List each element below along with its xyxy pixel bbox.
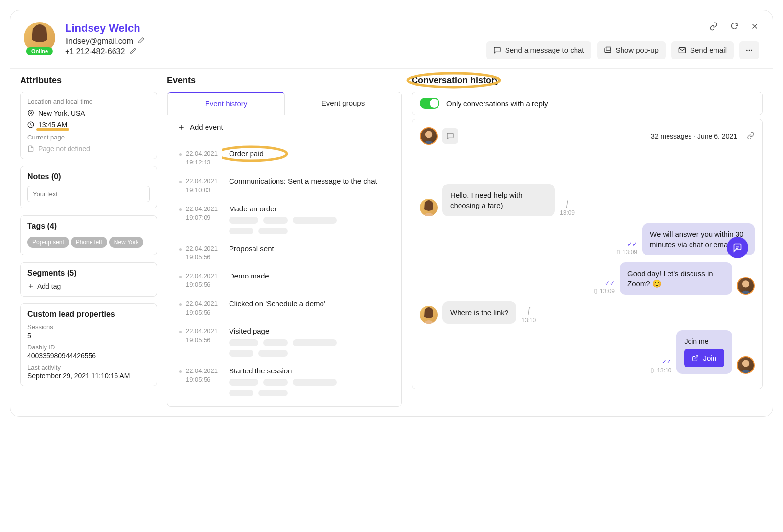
close-icon[interactable] xyxy=(750,22,759,32)
svg-point-7 xyxy=(30,112,32,114)
dashly-id-label: Dashly ID xyxy=(27,344,150,351)
profile-email: lindsey@gmail.com xyxy=(65,37,133,46)
event-item[interactable]: 22.04.202119:05:56Clicked on 'Schedule a… xyxy=(167,295,401,322)
last-activity-label: Last activity xyxy=(27,364,150,371)
more-button[interactable] xyxy=(739,41,759,59)
add-tag-button[interactable]: Add tag xyxy=(27,282,150,290)
mobile-icon xyxy=(650,368,655,373)
svg-point-5 xyxy=(749,49,750,51)
message-row: ✓✓13:09Good day! Let's discuss in Zoom? … xyxy=(420,262,755,295)
event-item[interactable]: 22.04.202119:05:56Visited page xyxy=(167,322,401,362)
notes-input[interactable] xyxy=(27,186,150,202)
svg-point-9 xyxy=(222,147,287,161)
send-chat-button[interactable]: Send a message to chat xyxy=(486,41,591,59)
agent-avatar xyxy=(737,277,755,295)
svg-point-6 xyxy=(751,49,752,51)
profile-avatar: Online xyxy=(24,22,55,53)
local-time: 13:45 AM xyxy=(38,121,67,129)
sessions-value: 5 xyxy=(27,332,150,340)
chat-icon[interactable] xyxy=(442,128,458,144)
show-popup-button[interactable]: Show pop-up xyxy=(597,41,666,59)
svg-point-4 xyxy=(746,49,748,51)
pencil-icon[interactable] xyxy=(138,37,145,46)
svg-rect-14 xyxy=(595,289,597,293)
svg-point-11 xyxy=(425,131,432,138)
link-icon[interactable] xyxy=(709,22,718,32)
event-item[interactable]: 22.04.202119:12:13Order paid xyxy=(167,144,401,172)
current-page-value: Page not defined xyxy=(38,145,90,153)
tab-event-history[interactable]: Event history xyxy=(167,92,285,115)
join-bubble: Join me Join xyxy=(676,330,732,374)
attributes-heading: Attributes xyxy=(20,75,157,86)
location-label: Location and local time xyxy=(27,98,150,105)
user-avatar xyxy=(420,199,438,216)
event-item[interactable]: 22.04.202119:05:56Demo made xyxy=(167,267,401,294)
message-row: ✓✓13:09We will answer you within 30 minu… xyxy=(420,223,755,255)
reply-filter-label: Only conversations with a reply xyxy=(446,99,548,108)
refresh-icon[interactable] xyxy=(730,22,738,32)
agent-avatar xyxy=(420,127,438,145)
user-avatar xyxy=(420,306,438,324)
event-item[interactable]: 22.04.202119:05:56Started the session xyxy=(167,362,401,401)
sessions-label: Sessions xyxy=(27,324,150,331)
send-email-button[interactable]: Send email xyxy=(671,41,734,59)
pin-icon xyxy=(27,110,34,116)
location-value: New York, USA xyxy=(38,109,85,117)
clock-icon xyxy=(27,121,34,128)
event-item[interactable]: 22.04.202119:10:03Communications: Sent a… xyxy=(167,172,401,199)
tags-heading: Tags (4) xyxy=(27,222,150,231)
message-bubble: Good day! Let's discuss in Zoom? 😊 xyxy=(620,262,732,295)
reply-filter-toggle[interactable] xyxy=(420,98,439,109)
svg-point-18 xyxy=(742,360,749,367)
events-heading: Events xyxy=(167,75,402,86)
tag-pill[interactable]: Pop-up sent xyxy=(27,237,69,248)
tag-pill[interactable]: New York xyxy=(109,237,144,248)
conversation-heading: Conversation history xyxy=(412,75,500,86)
event-item[interactable]: 22.04.202119:05:56Proposal sent xyxy=(167,239,401,267)
pencil-icon[interactable] xyxy=(130,47,137,56)
notes-heading: Notes (0) xyxy=(27,172,150,181)
svg-point-15 xyxy=(742,280,749,287)
agent-avatar xyxy=(737,356,755,374)
message-row: Hello. I need help with choosing a fare)… xyxy=(420,184,755,216)
link-icon[interactable] xyxy=(747,132,755,141)
chat-fab[interactable] xyxy=(727,237,748,258)
message-bubble: Where is the link? xyxy=(442,301,516,324)
message-row: Where is the link?f13:10 xyxy=(420,301,755,324)
profile-name[interactable]: Lindsey Welch xyxy=(65,22,145,35)
segments-heading: Segments (5) xyxy=(27,269,150,278)
event-item[interactable]: 22.04.202119:07:09Made an order xyxy=(167,200,401,239)
last-activity-value: September 29, 2021 11:10:16 AM xyxy=(27,372,150,380)
status-badge: Online xyxy=(26,47,53,55)
custom-props-heading: Custom lead properties xyxy=(27,310,150,319)
dashly-id-value: 400335980944426556 xyxy=(27,352,150,360)
current-page-label: Current page xyxy=(27,134,150,141)
conversation-meta: 32 messages · June 6, 2021 xyxy=(651,132,737,140)
svg-rect-17 xyxy=(651,369,653,372)
add-event-button[interactable]: Add event xyxy=(167,115,401,139)
tag-pill[interactable]: Phone left xyxy=(71,237,107,248)
svg-rect-13 xyxy=(617,250,619,254)
profile-phone: +1 212-482-6632 xyxy=(65,47,125,56)
tab-event-groups[interactable]: Event groups xyxy=(285,92,401,115)
page-icon xyxy=(27,145,34,152)
join-button[interactable]: Join xyxy=(684,349,724,367)
svg-rect-2 xyxy=(606,47,610,50)
message-bubble: Hello. I need help with choosing a fare) xyxy=(442,184,555,216)
